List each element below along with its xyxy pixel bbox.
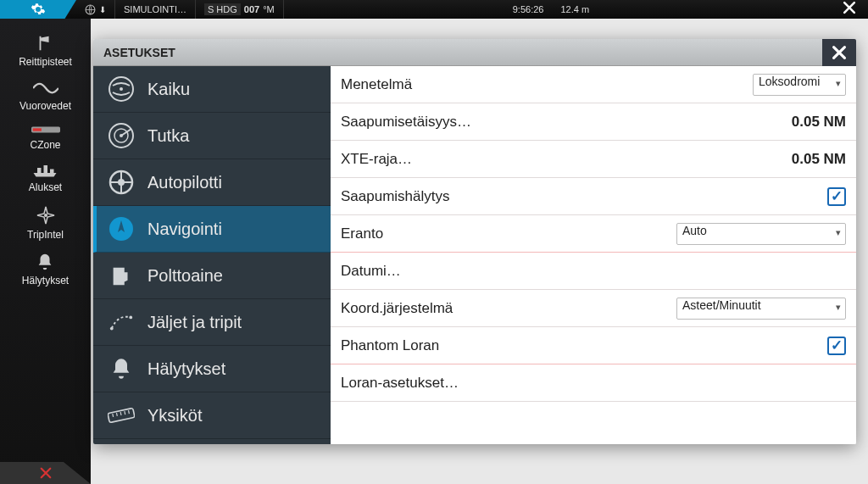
sidebar-item-label: Alukset [29, 181, 62, 193]
sidebar-item-halytykset[interactable]: Hälytykset [22, 253, 69, 287]
category-yksikot[interactable]: Yksiköt [93, 392, 331, 439]
sim-label: SIMULOINTI… [115, 0, 196, 19]
sonar-icon [107, 75, 136, 103]
dialog-header: ASETUKSET [93, 39, 856, 66]
row-method[interactable]: Menetelmä Loksodromi [331, 66, 856, 103]
category-label: Autopilotti [147, 173, 222, 192]
time-display: 9:56:26 [504, 0, 553, 19]
settings-categories: Kaiku Tutka Autopilotti Navigointi Poltt… [93, 66, 331, 444]
category-label: Hälytykset [147, 359, 225, 379]
row-label: Koord.järjestelmä [341, 300, 676, 317]
row-arrival-distance[interactable]: Saapumisetäisyys… 0.05 NM [331, 103, 856, 141]
settings-tab[interactable] [0, 0, 76, 19]
dialog-title: ASETUKSET [103, 46, 175, 59]
row-label: Menetelmä [341, 76, 753, 93]
eranto-dropdown[interactable]: Auto [676, 223, 846, 245]
flag-icon [34, 34, 56, 53]
bell-icon [36, 253, 54, 271]
sidebar-item-label: Reittipisteet [19, 56, 72, 68]
category-autopilotti[interactable]: Autopilotti [93, 159, 331, 206]
czone-icon [31, 124, 60, 136]
row-label: Saapumishälytys [341, 188, 827, 205]
settings-content: Menetelmä Loksodromi Saapumisetäisyys… 0… [331, 66, 856, 444]
category-label: Kaiku [147, 80, 190, 99]
row-label: Datumi… [341, 263, 846, 280]
coord-dropdown[interactable]: Asteet/Minuutit [676, 298, 846, 320]
wheel-icon [107, 168, 136, 197]
close-icon [841, 0, 858, 16]
sidebar-item-label: TripIntel [27, 229, 64, 241]
sidebar-item-alukset[interactable]: Alukset [29, 163, 62, 193]
row-xte-limit[interactable]: XTE-raja… 0.05 NM [331, 141, 856, 178]
row-arrival-alarm[interactable]: Saapumishälytys ✓ [331, 178, 856, 215]
nav-icon [107, 214, 136, 243]
row-eranto[interactable]: Eranto Auto [331, 215, 856, 253]
category-tutka[interactable]: Tutka [93, 113, 331, 159]
category-label: Yksiköt [147, 406, 202, 426]
row-label: Loran-asetukset… [341, 375, 846, 392]
method-dropdown[interactable]: Loksodromi [753, 74, 846, 96]
row-label: Eranto [341, 225, 676, 242]
sidebar-item-reittipisteet[interactable]: Reittipisteet [19, 34, 72, 68]
row-label: XTE-raja… [341, 151, 792, 168]
row-phantom-loran[interactable]: Phantom Loran ✓ [331, 327, 856, 364]
svg-point-3 [44, 214, 47, 217]
category-polttoaine[interactable]: Polttoaine [93, 253, 331, 299]
row-datum[interactable]: Datumi… [331, 253, 856, 290]
svg-rect-2 [32, 128, 41, 131]
globe-icon: ⬇ [76, 0, 115, 19]
row-label: Phantom Loran [341, 337, 827, 354]
sidebar-item-label: CZone [30, 139, 60, 151]
svg-point-12 [110, 327, 114, 331]
category-label: Jäljet ja tripit [147, 313, 242, 332]
category-jaljet[interactable]: Jäljet ja tripit [93, 299, 331, 346]
heading-indicator: S HDG 007 °M [196, 0, 284, 19]
left-footer-button[interactable] [0, 462, 91, 484]
category-label: Navigointi [147, 220, 222, 239]
bell-icon [107, 354, 136, 383]
category-label: Tutka [147, 126, 189, 146]
compass-icon [36, 205, 56, 225]
row-value: 0.05 NM [792, 151, 846, 168]
arrival-alarm-checkbox[interactable]: ✓ [827, 187, 846, 206]
sidebar-item-vuorovedet[interactable]: Vuorovedet [19, 80, 71, 112]
row-coord-system[interactable]: Koord.järjestelmä Asteet/Minuutit [331, 290, 856, 327]
svg-point-5 [120, 87, 123, 91]
sidebar-item-tripintel[interactable]: TripIntel [27, 205, 64, 241]
power-off-icon [38, 465, 53, 481]
radar-icon [107, 121, 136, 150]
row-value: 0.05 NM [792, 114, 846, 131]
category-label: Polttoaine [147, 266, 223, 286]
wave-icon [33, 80, 58, 97]
topbar-close-button[interactable] [841, 0, 858, 20]
close-icon [830, 43, 849, 62]
fuel-icon [107, 261, 136, 290]
left-menu: Reittipisteet Vuorovedet CZone Alukset T… [0, 19, 91, 484]
sidebar-item-czone[interactable]: CZone [30, 124, 60, 151]
tracks-icon [107, 308, 136, 337]
gear-icon [31, 2, 46, 17]
row-label: Saapumisetäisyys… [341, 114, 792, 131]
status-bar: ⬇ SIMULOINTI… S HDG 007 °M 9:56:26 12.4 … [0, 0, 868, 19]
ship-icon [32, 163, 58, 178]
row-loran-settings[interactable]: Loran-asetukset… [331, 364, 856, 402]
category-halytykset[interactable]: Hälytykset [93, 346, 331, 392]
dialog-close-button[interactable] [822, 39, 856, 66]
svg-point-13 [129, 316, 132, 320]
category-navigointi[interactable]: Navigointi [93, 206, 331, 253]
phantom-loran-checkbox[interactable]: ✓ [827, 337, 846, 355]
svg-point-8 [120, 134, 123, 137]
sidebar-item-label: Vuorovedet [19, 100, 71, 112]
depth-display: 12.4 m [552, 0, 598, 19]
ruler-icon [107, 401, 136, 430]
settings-dialog: ASETUKSET Kaiku Tutka Autopilotti Navigo… [93, 39, 856, 444]
sidebar-item-label: Hälytykset [22, 275, 69, 287]
category-kaiku[interactable]: Kaiku [93, 66, 331, 113]
